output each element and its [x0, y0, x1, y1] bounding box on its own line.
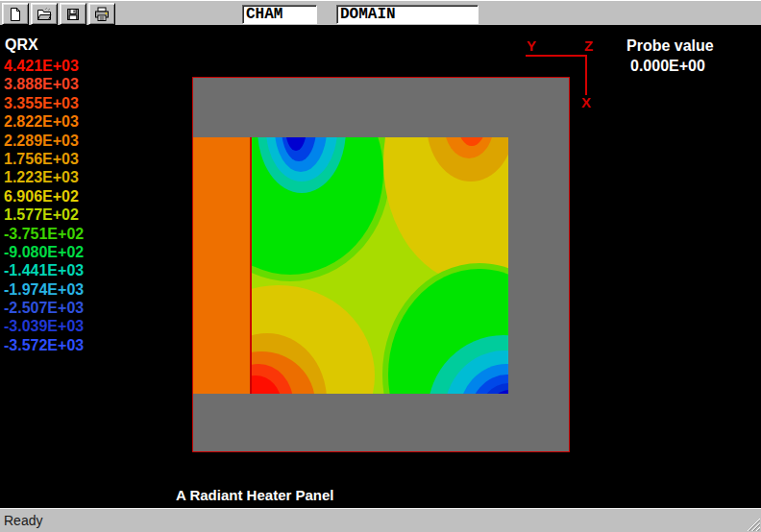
graphics-canvas: QRX 4.421E+033.888E+033.355E+032.822E+03…: [0, 0, 761, 532]
axis-line-horizontal: [526, 55, 587, 57]
axis-line-vertical: [585, 55, 587, 95]
legend-entry: 1.577E+02: [4, 206, 84, 224]
legend-entry: 3.888E+03: [4, 75, 84, 93]
axis-y-label: Y: [527, 38, 536, 53]
legend-entry: -3.039E+03: [4, 317, 84, 335]
legend-entry: 1.223E+03: [4, 168, 84, 186]
resize-grip[interactable]: [748, 519, 760, 531]
axis-x-label: X: [581, 95, 591, 109]
legend-entry: 1.756E+03: [4, 150, 84, 168]
photon-window: QRX 4.421E+033.888E+033.355E+032.822E+03…: [0, 0, 761, 532]
legend-title: QRX: [5, 36, 38, 54]
legend-entry: 2.822E+03: [4, 112, 84, 131]
legend-entry: 4.421E+03: [4, 57, 84, 75]
legend-entry: 3.355E+03: [4, 94, 84, 112]
legend-entry: -3.751E+02: [4, 225, 84, 243]
probe-value: 0.000E+00: [630, 58, 705, 75]
plot-frame: [192, 77, 570, 452]
plot-caption: A Radiant Heater Panel: [176, 487, 334, 504]
contour-legend: 4.421E+033.888E+033.355E+032.822E+032.28…: [4, 57, 84, 354]
probe-label: Probe value: [626, 37, 714, 55]
status-text: Ready: [4, 513, 42, 528]
legend-entry: -1.441E+03: [4, 261, 84, 279]
axis-z-label: Z: [584, 38, 593, 53]
heater-strip: [193, 137, 250, 394]
legend-entry: -3.572E+03: [4, 336, 84, 354]
legend-entry: -2.507E+03: [4, 299, 84, 317]
legend-entry: 6.906E+02: [4, 187, 84, 206]
legend-entry: -1.974E+03: [4, 280, 84, 299]
legend-entry: -9.080E+02: [4, 243, 84, 261]
contour-plot[interactable]: [252, 137, 508, 394]
legend-entry: 2.289E+03: [4, 132, 84, 150]
status-bar: Ready: [0, 508, 761, 532]
